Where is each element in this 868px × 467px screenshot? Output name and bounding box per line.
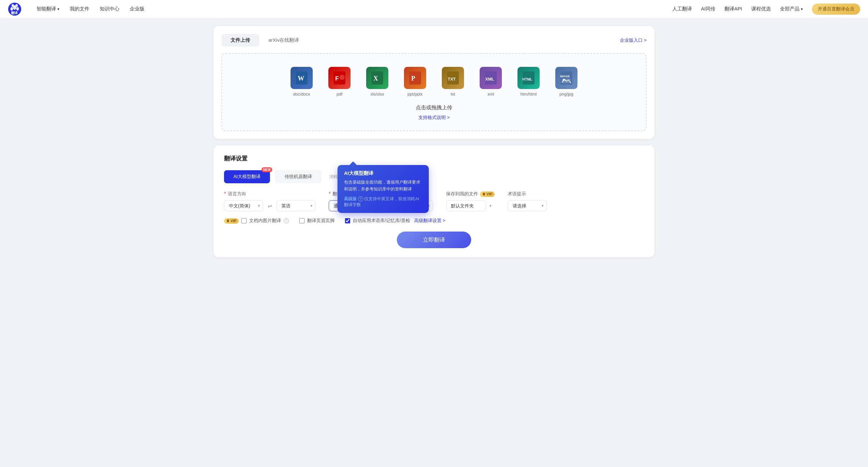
file-icon-xml: XML xml [479, 67, 502, 96]
header-footer-checkbox[interactable] [299, 218, 305, 223]
svg-point-4 [12, 4, 14, 7]
source-lang-wrapper: 中文(简体) 英语 [224, 200, 263, 211]
svg-text:P: P [411, 75, 415, 82]
main-content: 文件上传 arXiv在线翻译 企业版入口 > W doc/docx [206, 26, 662, 257]
lang-swap-icon[interactable]: ⇌ [266, 203, 274, 209]
save-vip-badge: ♛ VIP [480, 191, 495, 197]
target-lang-wrapper: 英语 中文(简体) [277, 200, 316, 211]
svg-point-2 [10, 7, 13, 10]
nav-all-products[interactable]: 全部产品 ▾ [780, 6, 803, 12]
svg-point-25 [563, 79, 565, 81]
file-icon-html: HTML htm/html [518, 67, 540, 96]
auto-apply-checkbox[interactable] [345, 218, 350, 223]
file-upload-area[interactable]: W doc/docx F pdf [221, 53, 647, 131]
nav-smart-translate[interactable]: 智能翻译 ▾ [36, 6, 59, 12]
source-lang-select[interactable]: 中文(简体) 英语 [224, 200, 263, 211]
language-direction-field: * 语言方向 中文(简体) 英语 ⇌ 英语 [224, 191, 316, 211]
target-lang-select[interactable]: 英语 中文(简体) [277, 200, 316, 211]
translate-button[interactable]: 立即翻译 [397, 231, 471, 248]
pdf-label: pdf [337, 92, 342, 96]
terminology-select[interactable]: 请选择 [508, 200, 547, 211]
save-wrapper: 默认文件夹 [446, 200, 495, 211]
tab-file-upload[interactable]: 文件上传 [221, 34, 259, 46]
mode-traditional[interactable]: 传统机器翻译 [275, 170, 321, 183]
nav-enterprise[interactable]: 企业版 [130, 6, 145, 12]
format-link[interactable]: 支持格式说明 > [418, 115, 450, 120]
checkboxes-row: ♛ VIP 文档内图片翻译 ? 翻译页眉页脚 自动应用术语库/记忆库/质检 高级… [224, 218, 644, 224]
translate-btn-row: 立即翻译 [224, 231, 644, 248]
advanced-label[interactable]: 高级版 [344, 196, 357, 201]
file-icon-image: IMAGE png/jpg [555, 67, 578, 96]
advanced-settings-link[interactable]: 高级翻译设置 > [414, 218, 445, 224]
txt-icon: TXT [442, 67, 464, 89]
header-footer-label: 翻译页眉页脚 [307, 218, 335, 224]
save-label: 保存到我的文件 ♛ VIP [446, 191, 495, 197]
file-icon-excel: X xls/xlsx [366, 67, 389, 96]
svg-text:IMAGE: IMAGE [560, 75, 570, 78]
nav-human-translate[interactable]: 人工翻译 [672, 6, 692, 12]
save-chevron [490, 204, 491, 208]
nav-my-files[interactable]: 我的文件 [70, 6, 89, 12]
nav-ai-together[interactable]: AI同传 [701, 6, 715, 12]
tooltip-info-icon[interactable]: ? [358, 196, 363, 201]
svg-text:翻译: 翻译 [11, 11, 18, 15]
auto-apply-label: 自动应用术语库/记忆库/质检 [353, 218, 410, 224]
terminology-field: 术语提示 请选择 [508, 191, 547, 211]
upload-card: 文件上传 arXiv在线翻译 企业版入口 > W doc/docx [214, 26, 654, 139]
save-field: 保存到我的文件 ♛ VIP 默认文件夹 [446, 191, 495, 211]
required-star-domain: * [329, 191, 331, 197]
tooltip-popup: AI大模型翻译 包含基础版全面功能，遵循用户翻译要求和说明，并参考知识库中的资料… [338, 165, 429, 213]
nav-knowledge-center[interactable]: 知识中心 [100, 6, 119, 12]
image-translate-checkbox[interactable] [241, 218, 247, 223]
html-label: htm/html [520, 92, 537, 96]
terminology-wrapper: 请选择 [508, 200, 547, 211]
nav-translate-api[interactable]: 翻译API [724, 6, 742, 12]
svg-text:XML: XML [485, 76, 494, 82]
tooltip-advanced: 高级版 ? 仅支持中英互译，双倍消耗AI翻译字数 [344, 196, 422, 208]
excel-icon: X [366, 67, 389, 89]
word-label: doc/docx [293, 92, 310, 96]
vip-button[interactable]: 开通百度翻译会员 [812, 4, 860, 15]
image-icon: IMAGE [555, 67, 578, 89]
svg-point-3 [16, 7, 19, 10]
logo[interactable]: 翻译 [8, 2, 24, 16]
navbar: 翻译 智能翻译 ▾ 我的文件 知识中心 企业版 人工翻译 AI同传 翻译API … [0, 0, 868, 18]
pdf-icon: F [328, 67, 350, 89]
file-icon-pdf: F pdf [328, 67, 350, 96]
ppt-label: ppt/pptx [408, 92, 423, 96]
tab-arxiv[interactable]: arXiv在线翻译 [259, 34, 308, 46]
file-icon-word: W doc/docx [290, 67, 313, 96]
excel-label: xls/xlsx [370, 92, 384, 96]
terminology-label: 术语提示 [508, 191, 547, 197]
checkbox-auto-apply: 自动应用术语库/记忆库/质检 高级翻译设置 > [345, 218, 445, 224]
word-icon: W [290, 67, 313, 89]
smart-translate-dropdown-icon: ▾ [57, 7, 59, 11]
new-badge: NEW [261, 167, 272, 172]
save-select[interactable]: 默认文件夹 [446, 200, 486, 211]
file-icon-ppt: P ppt/pptx [404, 67, 426, 96]
image-translate-info-icon[interactable]: ? [284, 218, 289, 223]
xml-icon: XML [479, 67, 502, 89]
image-label: png/jpg [560, 92, 574, 96]
upload-card-header: 文件上传 arXiv在线翻译 企业版入口 > [221, 34, 647, 46]
checkbox-image-translate: ♛ VIP 文档内图片翻译 ? [224, 218, 289, 224]
enterprise-link[interactable]: 企业版入口 > [620, 37, 647, 43]
upload-hint: 点击或拖拽上传 [228, 104, 640, 111]
svg-text:X: X [373, 75, 378, 82]
file-icon-txt: TXT txt [442, 67, 464, 96]
svg-text:TXT: TXT [448, 76, 456, 82]
ppt-icon: P [404, 67, 426, 89]
settings-card: 翻译设置 AI大模型翻译 NEW 传统机器翻译 消耗AI翻译字数 * 语言方向 [214, 146, 654, 257]
mode-ai[interactable]: AI大模型翻译 NEW [224, 170, 270, 183]
navbar-right: 人工翻译 AI同传 翻译API 课程优选 全部产品 ▾ 开通百度翻译会员 [672, 4, 860, 15]
upload-tabs: 文件上传 arXiv在线翻译 [221, 34, 308, 46]
svg-text:HTML: HTML [522, 77, 532, 81]
svg-text:W: W [298, 75, 304, 82]
svg-text:F: F [335, 75, 339, 82]
settings-fields-row: * 语言方向 中文(简体) 英语 ⇌ 英语 [224, 191, 644, 211]
txt-label: txt [451, 92, 455, 96]
language-direction-label: * 语言方向 [224, 191, 316, 197]
image-translate-label: 文档内图片翻译 [249, 218, 281, 224]
nav-course-select[interactable]: 课程优选 [751, 6, 771, 12]
required-star-lang: * [224, 191, 226, 197]
